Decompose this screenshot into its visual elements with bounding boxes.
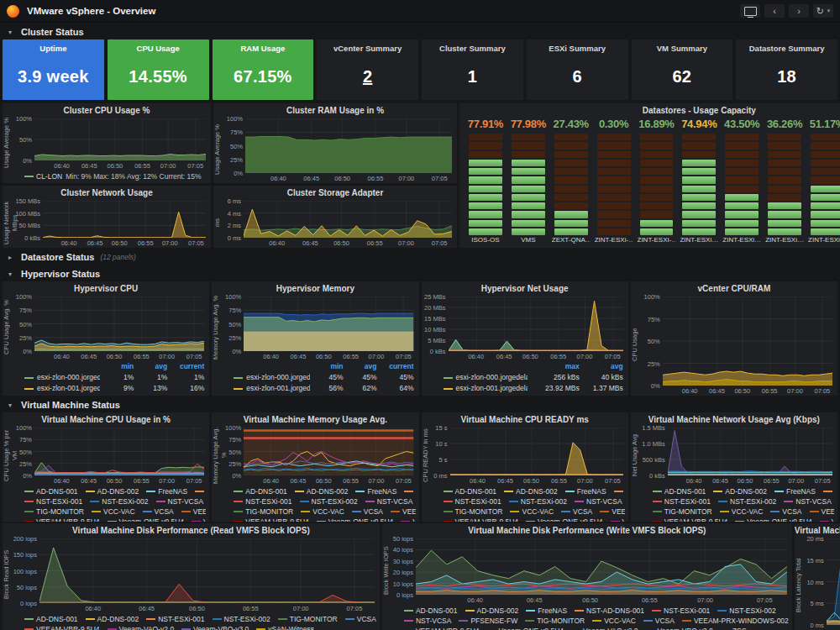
legend-item[interactable]: VEEAM-VBR-9.5U4 xyxy=(444,517,519,522)
panel-title[interactable]: Virtual Machine CPU Usage in % xyxy=(3,412,209,425)
legend-item[interactable]: AD-DNS-002 xyxy=(504,486,558,496)
legend-item[interactable]: esxi-zlon-000.jorgedelacruz.es mem usage… xyxy=(234,372,309,383)
datastore-led-bar[interactable] xyxy=(722,133,761,236)
datastore-led-bar[interactable] xyxy=(595,133,633,236)
dashboard-title[interactable]: VMware vSphere - Overview xyxy=(27,6,155,16)
chart-plot-region[interactable] xyxy=(416,538,787,595)
panel-title[interactable]: Hypervisor CPU xyxy=(3,281,209,294)
legend-item[interactable]: AD-DNS-002 xyxy=(86,614,139,624)
panel-title[interactable]: vCenter CPU/RAM xyxy=(631,281,837,294)
datastore-name-label[interactable]: ZINT-ESXi… xyxy=(680,236,718,245)
datastore-led-bar[interactable] xyxy=(808,133,840,236)
legend-item[interactable]: VCC-VAC xyxy=(301,507,344,517)
panel-title[interactable]: Virtual Machine CPU READY ms xyxy=(422,412,628,425)
datastore-led-bar[interactable] xyxy=(466,133,505,236)
row-header-hypervisor-status[interactable]: ▾ Hypervisor Status xyxy=(3,265,837,281)
stat-panel[interactable]: ESXi Summary6 xyxy=(527,39,628,100)
legend-item[interactable]: esxi-zlon-001.jorgedelacruz.es mem usage… xyxy=(234,383,309,394)
stat-panel[interactable]: VM Summary62 xyxy=(632,39,733,100)
legend-column-header[interactable]: avg xyxy=(580,361,623,372)
datastore-name-label[interactable]: ZINT-ESXi-… xyxy=(595,236,633,245)
legend-item[interactable]: NST-AD-DNS-001 xyxy=(614,486,625,496)
stat-panel[interactable]: Datastore Summary18 xyxy=(736,39,837,100)
refresh-button[interactable]: ↻▾ xyxy=(813,4,833,18)
chart-plot-region[interactable] xyxy=(668,428,832,475)
stat-panel-value[interactable]: 2 xyxy=(363,53,372,100)
chart-plot-region[interactable] xyxy=(39,538,375,603)
legend-item[interactable]: NST-VCSA xyxy=(784,496,832,507)
datastore-name-label[interactable]: ISOS-OS xyxy=(466,236,505,245)
legend-item[interactable]: NST-ESXi-002 xyxy=(90,496,148,507)
legend-item[interactable]: NST-ESXi-001 xyxy=(444,496,501,507)
legend-item[interactable]: esxi-zlon-000.jorgedelacruz.es xyxy=(24,372,100,383)
legend-item[interactable]: NST-VCSA xyxy=(156,496,204,507)
legend-item[interactable]: VCSA xyxy=(352,507,383,517)
legend-item[interactable]: AD-DNS-001 xyxy=(234,486,287,496)
legend-item[interactable]: VCC-VAC xyxy=(510,507,554,517)
legend-item[interactable]: AD-DNS-001 xyxy=(24,486,78,496)
legend-item[interactable]: AD-DNS-002 xyxy=(295,486,349,496)
datastore-led-bar[interactable] xyxy=(552,133,591,236)
legend-item[interactable]: VCSA xyxy=(143,507,174,517)
stat-panel[interactable]: RAM Usage67.15% xyxy=(213,39,314,100)
chart-plot-region[interactable] xyxy=(450,428,623,475)
legend-item[interactable]: NST-ESXi-002 xyxy=(718,496,776,507)
legend-item[interactable]: NST-ESXi-001 xyxy=(653,496,711,507)
row-header-datastore-status[interactable]: ▸ Datastore Status (12 panels) xyxy=(3,248,837,265)
legend-column-header[interactable]: avg xyxy=(344,361,377,372)
chart-plot-region[interactable] xyxy=(34,118,206,160)
legend-column-header[interactable]: min xyxy=(100,361,134,372)
legend-item[interactable]: Veeam-VBO-v3.0 xyxy=(181,624,249,630)
datastore-led-bar[interactable] xyxy=(638,133,676,236)
panel-title[interactable]: Hypervisor Net Usage xyxy=(422,281,628,294)
time-range-forward-button[interactable]: › xyxy=(789,4,809,18)
legend-item[interactable]: NST-AD-DNS-001 xyxy=(404,486,415,496)
stat-panel[interactable]: CPU Usage14.55% xyxy=(108,39,209,100)
legend-column-header[interactable]: current xyxy=(167,361,204,372)
legend-column-header[interactable]: avg xyxy=(134,361,167,372)
legend-item[interactable]: TIG-MONITOR xyxy=(234,507,293,517)
legend-item[interactable]: NST-ESXi-001 xyxy=(146,614,204,624)
legend-item[interactable]: VEEAM-VBR-9.5U4 xyxy=(234,517,309,522)
legend-item[interactable]: VEEAM-VBR-9.5U4 xyxy=(404,626,480,630)
panel-title[interactable]: Virtual Machine Disk Performance (Write … xyxy=(382,523,792,536)
chart-plot-region[interactable] xyxy=(245,118,452,173)
legend-item[interactable]: NST-AD-DNS-001 xyxy=(823,486,834,496)
legend-item[interactable]: TIG-MONITOR xyxy=(653,507,712,517)
legend-item[interactable]: VCC-VAC xyxy=(592,616,636,626)
legend-item[interactable]: FreeNAS xyxy=(774,486,816,496)
legend-item[interactable]: Veeam-VAO-v2.0 xyxy=(192,517,206,522)
legend-item[interactable]: Veeam-VAO-v2.0 xyxy=(571,626,638,630)
legend-column-header[interactable]: min xyxy=(310,361,344,372)
legend-item[interactable]: Veeam-ONE-v9.5U4 xyxy=(317,517,393,522)
datastore-led-bar[interactable] xyxy=(765,133,804,236)
datastore-led-bar[interactable] xyxy=(509,133,548,236)
legend-item[interactable]: NST-ESXi-001 xyxy=(24,496,82,507)
legend-item[interactable]: FreeNAS xyxy=(526,606,567,616)
panel-title[interactable]: Cluster CPU Usage % xyxy=(3,103,211,116)
panel-title[interactable]: Hypervisor Memory xyxy=(212,281,418,294)
legend-item[interactable]: esxi-zlon-001.jorgedelacruz.es xyxy=(24,383,100,394)
legend-column-header[interactable]: max xyxy=(528,361,580,372)
refresh-interval-caret-icon[interactable]: ▾ xyxy=(827,8,831,14)
legend-item[interactable]: AD-DNS-002 xyxy=(713,486,767,496)
legend-item[interactable]: esxi-zlon-001.jorgedelacruz.es net usage… xyxy=(444,383,528,394)
time-range-back-button[interactable]: ‹ xyxy=(764,4,785,18)
panel-title[interactable]: Datastores - Usage Capacity xyxy=(459,103,840,116)
legend-item[interactable]: VEEAM-PRX-WINDOWS-002 xyxy=(810,507,834,517)
legend-item[interactable]: NST-VCSA xyxy=(404,616,452,626)
legend-item[interactable]: AD-DNS-001 xyxy=(444,486,497,496)
legend-item[interactable]: VEEAM-PRX-WINDOWS-002 xyxy=(600,507,624,517)
legend-item[interactable]: Veeam-VBO-v3.0 xyxy=(646,626,713,630)
legend-item[interactable]: Veeam-VAO-v2.0 xyxy=(820,517,834,522)
datastore-name-label[interactable]: ZINT-ESXi… xyxy=(722,236,761,245)
legend-item[interactable]: Veeam-VAO-v2.0 xyxy=(401,517,415,522)
legend-item[interactable]: VCC-VAC xyxy=(92,507,135,517)
panel-title[interactable]: Cluster Storage Adapter xyxy=(213,186,457,198)
row-header-vm-status[interactable]: ▾ Virtual Machine Status xyxy=(3,396,837,412)
datastore-name-label[interactable]: ZINT-ESXi… xyxy=(765,236,804,245)
chart-plot-region[interactable] xyxy=(43,201,206,238)
legend-item[interactable]: Veeam-ONE-v9.5U4 xyxy=(108,517,184,522)
datastore-name-label[interactable]: ZEXT-QNA… xyxy=(552,236,591,245)
legend-item[interactable]: PFSENSE-FW xyxy=(459,616,517,626)
